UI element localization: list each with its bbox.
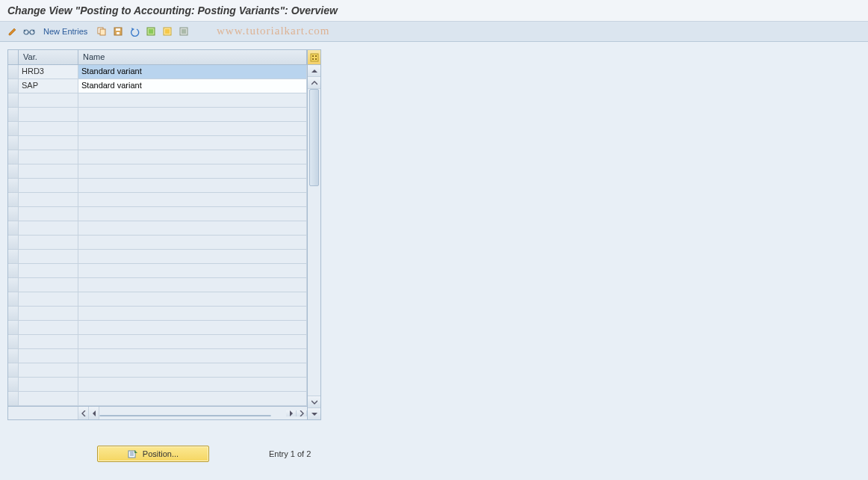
row-selector[interactable] xyxy=(8,250,19,264)
row-selector[interactable] xyxy=(8,122,19,136)
cell-name[interactable] xyxy=(78,93,307,108)
row-selector[interactable] xyxy=(8,321,19,335)
table-row[interactable] xyxy=(8,363,307,378)
cell-var[interactable] xyxy=(19,221,78,236)
cell-var[interactable] xyxy=(19,307,78,321)
scroll-right-end-icon[interactable] xyxy=(297,410,307,416)
hscroll-thumb[interactable] xyxy=(99,415,271,416)
cell-var[interactable] xyxy=(19,250,78,264)
table-row[interactable] xyxy=(8,278,307,292)
cell-var[interactable] xyxy=(19,278,78,292)
cell-name[interactable] xyxy=(78,179,307,193)
table-settings-icon[interactable] xyxy=(308,50,320,65)
select-all-icon[interactable] xyxy=(144,25,158,38)
cell-var[interactable] xyxy=(19,164,78,179)
table-row[interactable] xyxy=(8,349,307,363)
row-selector[interactable] xyxy=(8,363,19,378)
row-selector[interactable] xyxy=(8,292,19,307)
table-row[interactable] xyxy=(8,108,307,122)
cell-var[interactable] xyxy=(19,179,78,193)
cell-var[interactable] xyxy=(19,122,78,136)
cell-name[interactable] xyxy=(78,250,307,264)
new-entries-button[interactable]: New Entries xyxy=(39,25,92,37)
table-row[interactable] xyxy=(8,321,307,335)
table-row[interactable] xyxy=(8,164,307,179)
cell-var[interactable] xyxy=(19,136,78,150)
vertical-scrollbar[interactable] xyxy=(307,50,320,419)
table-row[interactable] xyxy=(8,335,307,349)
cell-var[interactable] xyxy=(19,93,78,108)
table-row[interactable] xyxy=(8,150,307,164)
cell-name[interactable] xyxy=(78,335,307,349)
glasses-icon[interactable] xyxy=(22,25,36,38)
cell-name[interactable] xyxy=(78,392,307,406)
table-row[interactable] xyxy=(8,136,307,150)
table-row[interactable] xyxy=(8,122,307,136)
cell-var[interactable] xyxy=(19,363,78,378)
position-button[interactable]: Position... xyxy=(97,446,209,462)
cell-name[interactable] xyxy=(78,207,307,221)
table-row[interactable] xyxy=(8,307,307,321)
cell-var[interactable] xyxy=(19,207,78,221)
scroll-up-page-icon[interactable] xyxy=(308,77,320,89)
row-selector[interactable] xyxy=(8,221,19,236)
cell-name[interactable] xyxy=(78,122,307,136)
column-header-var[interactable]: Var. xyxy=(19,50,78,65)
row-selector[interactable] xyxy=(8,278,19,292)
row-selector[interactable] xyxy=(8,392,19,406)
table-row[interactable] xyxy=(8,193,307,207)
cell-name[interactable] xyxy=(78,278,307,292)
row-selector[interactable] xyxy=(8,264,19,278)
row-selector[interactable] xyxy=(8,335,19,349)
row-selector[interactable] xyxy=(8,349,19,363)
cell-name[interactable] xyxy=(78,150,307,164)
table-row[interactable] xyxy=(8,250,307,264)
row-selector[interactable] xyxy=(8,307,19,321)
table-row[interactable]: SAPStandard variant xyxy=(8,79,307,93)
row-selector[interactable] xyxy=(8,193,19,207)
cell-var[interactable]: SAP xyxy=(19,79,78,93)
table-row[interactable] xyxy=(8,221,307,236)
row-selector[interactable] xyxy=(8,108,19,122)
cell-name[interactable] xyxy=(78,236,307,250)
table-row[interactable] xyxy=(8,392,307,406)
cell-var[interactable] xyxy=(19,335,78,349)
vscroll-thumb[interactable] xyxy=(309,89,319,186)
select-block-icon[interactable] xyxy=(161,25,174,38)
table-row[interactable] xyxy=(8,93,307,108)
cell-name[interactable] xyxy=(78,136,307,150)
row-selector[interactable] xyxy=(8,179,19,193)
save-icon[interactable] xyxy=(111,25,125,38)
scroll-up-icon[interactable] xyxy=(308,65,320,77)
cell-name[interactable] xyxy=(78,108,307,122)
change-icon[interactable] xyxy=(6,25,19,38)
table-row[interactable] xyxy=(8,292,307,307)
row-selector[interactable] xyxy=(8,65,19,79)
row-selector[interactable] xyxy=(8,164,19,179)
cell-var[interactable] xyxy=(19,264,78,278)
cell-name[interactable] xyxy=(78,193,307,207)
table-row[interactable] xyxy=(8,179,307,193)
horizontal-scrollbar[interactable] xyxy=(8,406,307,419)
row-selector[interactable] xyxy=(8,378,19,392)
table-row[interactable] xyxy=(8,236,307,250)
copy-icon[interactable] xyxy=(95,25,108,38)
deselect-all-icon[interactable] xyxy=(177,25,190,38)
cell-name[interactable] xyxy=(78,221,307,236)
scroll-down-icon[interactable] xyxy=(308,407,320,419)
table-row[interactable] xyxy=(8,264,307,278)
row-selector[interactable] xyxy=(8,79,19,93)
cell-name[interactable] xyxy=(78,292,307,307)
cell-var[interactable] xyxy=(19,193,78,207)
cell-name[interactable]: Standard variant xyxy=(78,65,307,79)
row-selector[interactable] xyxy=(8,207,19,221)
undo-icon[interactable] xyxy=(128,25,141,38)
cell-name[interactable] xyxy=(78,378,307,392)
cell-var[interactable]: HRD3 xyxy=(19,65,78,79)
cell-name[interactable] xyxy=(78,307,307,321)
cell-var[interactable] xyxy=(19,392,78,406)
cell-name[interactable]: Standard variant xyxy=(78,79,307,93)
scroll-left-icon[interactable] xyxy=(89,407,99,419)
cell-var[interactable] xyxy=(19,108,78,122)
table-row[interactable] xyxy=(8,207,307,221)
